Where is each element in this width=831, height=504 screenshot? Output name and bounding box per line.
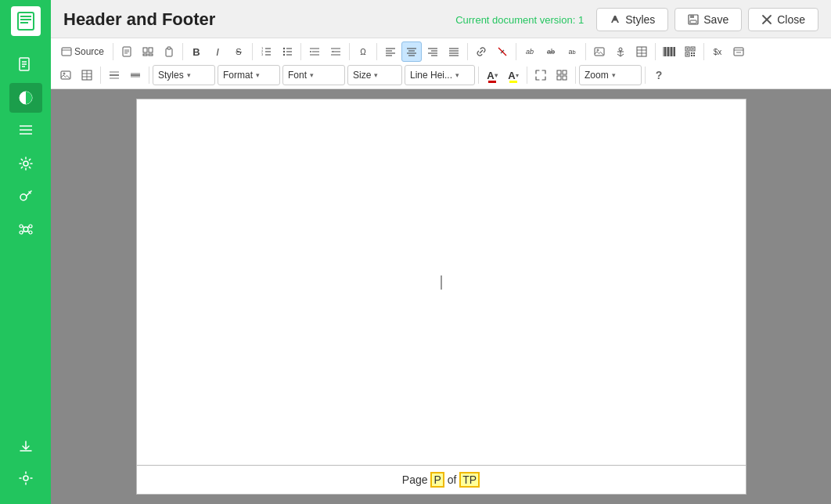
sidebar-item-list[interactable] bbox=[9, 116, 42, 146]
footer-var-page: P bbox=[430, 472, 444, 488]
separator bbox=[527, 67, 527, 84]
svg-rect-100 bbox=[691, 52, 692, 54]
source-button[interactable]: Source bbox=[56, 41, 110, 62]
footer-text-middle: of bbox=[444, 473, 459, 486]
bg-color-button[interactable]: A ▾ bbox=[503, 65, 523, 85]
styles-dropdown[interactable]: Styles ▾ bbox=[153, 65, 215, 85]
strikethrough2-button[interactable]: ab bbox=[541, 41, 561, 62]
table-button[interactable] bbox=[77, 65, 97, 85]
separator bbox=[182, 43, 183, 60]
styles-button[interactable]: Styles bbox=[596, 8, 668, 31]
templates-button[interactable] bbox=[138, 41, 158, 62]
align-left-button[interactable] bbox=[380, 41, 401, 62]
svg-point-53 bbox=[283, 54, 285, 56]
toolbar-row-2: Styles ▾ Format ▾ Font ▾ Size ▾ Line Hei… bbox=[56, 63, 826, 87]
table2-icon bbox=[636, 46, 647, 57]
svg-rect-99 bbox=[687, 54, 689, 56]
svg-point-51 bbox=[283, 48, 285, 49]
format-dropdown[interactable]: Format ▾ bbox=[218, 65, 280, 85]
italic-button[interactable]: I bbox=[207, 41, 228, 62]
sidebar-item-download[interactable] bbox=[9, 432, 42, 462]
sidebar-item-gear[interactable] bbox=[9, 149, 42, 178]
bg-color-arrow: ▾ bbox=[516, 72, 519, 79]
editor-wrapper[interactable]: Page P of TP bbox=[51, 89, 831, 504]
svg-rect-104 bbox=[734, 48, 743, 56]
blocks-button[interactable] bbox=[552, 65, 572, 85]
sidebar-item-contrast[interactable] bbox=[9, 83, 42, 113]
svg-line-21 bbox=[23, 231, 24, 232]
new-doc-icon bbox=[121, 46, 132, 57]
toolbar-row-1: Source bbox=[56, 40, 826, 63]
help-button[interactable]: ? bbox=[649, 65, 669, 85]
svg-rect-27 bbox=[690, 20, 696, 23]
indent-less-button[interactable] bbox=[326, 41, 346, 62]
font-color-button[interactable]: A ▾ bbox=[482, 65, 502, 85]
svg-rect-30 bbox=[62, 48, 71, 56]
close-button[interactable]: Close bbox=[748, 8, 818, 31]
svg-point-15 bbox=[20, 225, 23, 228]
unlink-button[interactable] bbox=[492, 41, 513, 62]
table2-button[interactable] bbox=[631, 41, 652, 62]
sidebar-item-key[interactable] bbox=[9, 182, 42, 211]
image-icon bbox=[594, 46, 605, 57]
subscript-button[interactable]: ab bbox=[562, 41, 582, 62]
sidebar-item-network[interactable] bbox=[9, 214, 42, 244]
align-right-button[interactable] bbox=[423, 41, 443, 62]
zoom-dropdown[interactable]: Zoom ▾ bbox=[579, 65, 642, 85]
separator bbox=[376, 43, 377, 60]
variable-button[interactable]: $x bbox=[707, 41, 728, 62]
bg-color-label: A bbox=[508, 70, 515, 81]
bold-button[interactable]: B bbox=[186, 41, 207, 62]
more-button[interactable] bbox=[728, 41, 749, 62]
svg-rect-0 bbox=[18, 13, 34, 30]
separator bbox=[645, 67, 646, 84]
sidebar-item-settings[interactable] bbox=[9, 463, 42, 493]
image2-button[interactable] bbox=[56, 65, 76, 85]
editor-page[interactable] bbox=[136, 99, 746, 466]
styles-dropdown-label: Styles bbox=[158, 70, 184, 81]
justify-button[interactable] bbox=[444, 41, 464, 62]
app-logo bbox=[11, 6, 41, 36]
paste-button[interactable] bbox=[159, 41, 179, 62]
qr-button[interactable] bbox=[680, 41, 700, 62]
new-doc-button[interactable] bbox=[117, 41, 137, 62]
anchor-button[interactable] bbox=[610, 41, 631, 62]
save-button[interactable]: Save bbox=[675, 8, 742, 31]
bg-color-bar bbox=[509, 81, 517, 83]
fullscreen-button[interactable] bbox=[531, 65, 551, 85]
line-height-dropdown[interactable]: Line Hei... ▾ bbox=[405, 65, 475, 85]
size-dropdown-label: Size bbox=[353, 70, 371, 81]
image-button[interactable] bbox=[589, 41, 610, 62]
svg-rect-2 bbox=[20, 19, 31, 20]
fullscreen-icon bbox=[535, 70, 546, 81]
svg-point-108 bbox=[63, 73, 66, 75]
indent-more-button[interactable] bbox=[304, 41, 325, 62]
top-header: Header and Footer Current document versi… bbox=[51, 0, 831, 38]
unordered-list-button[interactable] bbox=[277, 41, 297, 62]
align-center-button[interactable] bbox=[401, 41, 422, 62]
svg-rect-36 bbox=[143, 48, 147, 52]
svg-point-13 bbox=[20, 194, 27, 200]
hr2-button[interactable] bbox=[125, 65, 146, 85]
font-dropdown[interactable]: Font ▾ bbox=[282, 65, 345, 85]
strikethrough-button[interactable]: S bbox=[228, 41, 249, 62]
size-dropdown[interactable]: Size ▾ bbox=[347, 65, 402, 85]
paste-icon bbox=[164, 46, 174, 57]
hr-button[interactable] bbox=[104, 65, 124, 85]
abbr-button[interactable]: ab bbox=[520, 41, 540, 62]
link-button[interactable] bbox=[471, 41, 491, 62]
qr-icon bbox=[685, 46, 696, 57]
justify-icon bbox=[448, 47, 459, 56]
separator bbox=[516, 43, 516, 60]
toolbar: Source bbox=[51, 38, 831, 89]
save-label: Save bbox=[703, 13, 728, 26]
indent-more-icon bbox=[309, 46, 320, 57]
special-chars-button[interactable]: Ω bbox=[353, 41, 373, 62]
svg-point-23 bbox=[23, 476, 28, 481]
sidebar-item-document[interactable] bbox=[9, 50, 42, 80]
ordered-list-button[interactable]: 1 2 3 bbox=[256, 41, 276, 62]
editor-footer[interactable]: Page P of TP bbox=[136, 466, 746, 495]
svg-rect-95 bbox=[687, 49, 689, 50]
barcode-button[interactable] bbox=[659, 41, 679, 62]
separator bbox=[252, 43, 253, 60]
